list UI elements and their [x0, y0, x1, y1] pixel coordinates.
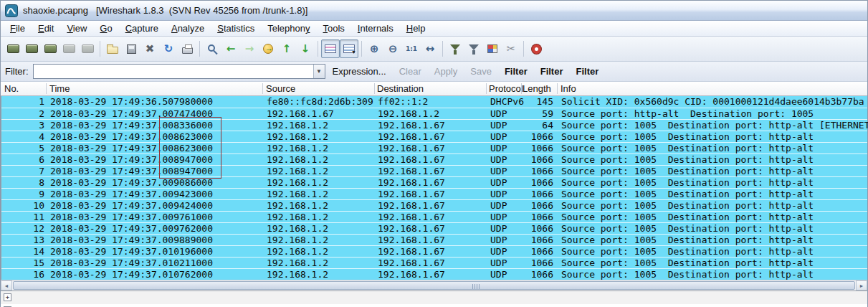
save-file-button[interactable]	[122, 39, 140, 58]
cell-destination: ff02::1:2	[378, 96, 487, 108]
packet-row[interactable]: 13 2018-03-29 17:49:37.009889000 192.168…	[1, 234, 867, 245]
list-interfaces-button[interactable]	[4, 39, 22, 58]
toolbar-separator	[442, 41, 443, 57]
autoscroll-toggle-button[interactable]	[340, 39, 358, 58]
find-packet-button[interactable]	[203, 39, 221, 58]
packet-row[interactable]: 2 2018-03-29 17:49:37.007474000 192.168.…	[1, 108, 867, 119]
detail-row-ethernet-partial[interactable]: + Ethernet II, Src: ...	[1, 304, 867, 307]
packet-row[interactable]: 11 2018-03-29 17:49:37.009761000 192.168…	[1, 211, 867, 222]
capture-restart-button[interactable]	[78, 39, 97, 58]
close-file-button[interactable]: ✖	[140, 39, 159, 58]
column-divider[interactable]	[557, 83, 558, 94]
packet-row[interactable]: 12 2018-03-29 17:49:37.009762000 192.168…	[1, 222, 867, 234]
print-button[interactable]	[178, 39, 196, 58]
column-header-length[interactable]: Length	[523, 83, 551, 94]
go-bottom-button[interactable]: ↓	[296, 39, 315, 58]
cell-source: 192.168.1.2	[267, 269, 376, 280]
filter-combobox[interactable]: ▼	[33, 64, 325, 79]
column-header-destination[interactable]: Destination	[377, 83, 424, 94]
zoom-out-icon: ⊖	[388, 44, 398, 55]
filter-dropdown-arrow-icon[interactable]: ▼	[313, 65, 325, 78]
preferences-button[interactable]: ✂	[502, 39, 520, 58]
menu-capture[interactable]: Capture	[119, 22, 165, 35]
cell-info: Source port: 1005 Destination port: http…	[561, 223, 868, 235]
column-header-protocol[interactable]: Protocol	[489, 83, 523, 94]
menu-telephony[interactable]: Telephony	[261, 22, 316, 35]
column-header-source[interactable]: Source	[266, 83, 295, 94]
reload-button[interactable]: ↻	[159, 39, 178, 58]
resize-columns-button[interactable]: ↔	[421, 39, 439, 58]
help-button[interactable]	[527, 39, 545, 58]
coloring-rules-button[interactable]	[483, 39, 502, 58]
filter-button-save-3[interactable]: Save	[470, 66, 492, 77]
menu-analyze[interactable]: Analyze	[165, 22, 211, 35]
expander-icon[interactable]: +	[4, 293, 11, 301]
capture-options-button[interactable]	[22, 39, 41, 58]
packet-row[interactable]: 8 2018-03-29 17:49:37.009086000 192.168.…	[1, 176, 867, 188]
column-header-info[interactable]: Info	[561, 83, 576, 94]
cell-time: 2018-03-29 17:49:37.009423000	[50, 189, 265, 200]
zoom-out-button[interactable]: ⊖	[383, 39, 402, 58]
cell-length: 1066	[502, 177, 553, 189]
column-divider[interactable]	[46, 83, 47, 94]
packet-row[interactable]: 9 2018-03-29 17:49:37.009423000 192.168.…	[1, 188, 867, 199]
zoom-100-button[interactable]: 1:1	[402, 39, 421, 58]
menu-tools[interactable]: Tools	[317, 22, 351, 35]
menu-edit[interactable]: Edit	[32, 22, 60, 35]
title-bar[interactable]: shaoxie.pcapng [Wireshark 1.8.3 (SVN Rev…	[1, 1, 867, 21]
zoom-in-button[interactable]: ⊕	[365, 39, 383, 58]
filter-input[interactable]	[34, 65, 313, 78]
packet-row[interactable]: 7 2018-03-29 17:49:37.008947000 192.168.…	[1, 165, 867, 176]
capture-stop-button[interactable]	[59, 39, 78, 58]
packet-row[interactable]: 4 2018-03-29 17:49:37.008623000 192.168.…	[1, 131, 867, 142]
go-forward-button[interactable]: →	[240, 39, 259, 58]
scroll-left-arrow[interactable]: ◄	[1, 280, 12, 291]
filter-button-filter-4[interactable]: Filter	[505, 66, 528, 77]
cell-source: 192.168.1.2	[267, 258, 376, 269]
packet-row[interactable]: 15 2018-03-29 17:49:37.010211000 192.168…	[1, 257, 867, 268]
menu-internals[interactable]: Internals	[351, 22, 400, 35]
cell-time: 2018-03-29 17:49:36.507980000	[50, 96, 265, 108]
packet-row[interactable]: 16 2018-03-29 17:49:37.010762000 192.168…	[1, 268, 867, 280]
display-filter-button[interactable]	[464, 39, 483, 58]
open-file-button[interactable]	[103, 39, 122, 58]
detail-row-frame[interactable]: + Frame 62: 1066 bytes on wire (8528 bit…	[1, 291, 867, 304]
cell-no: 12	[1, 223, 44, 235]
go-top-button[interactable]: ↑	[277, 39, 296, 58]
menu-statistics[interactable]: Statistics	[211, 22, 261, 35]
filter-button-apply-2[interactable]: Apply	[434, 66, 458, 77]
cell-no: 6	[1, 154, 44, 166]
packet-row[interactable]: 5 2018-03-29 17:49:37.008623000 192.168.…	[1, 142, 867, 154]
menu-view[interactable]: View	[60, 22, 93, 35]
cell-source: fe80::fc8d:2d6b:309	[267, 96, 376, 108]
capture-start-button[interactable]	[41, 39, 59, 58]
menu-help[interactable]: Help	[400, 22, 432, 35]
column-divider[interactable]	[374, 83, 375, 94]
cell-no: 1	[1, 96, 44, 108]
go-back-button[interactable]: ←	[221, 39, 240, 58]
cell-no: 4	[1, 131, 44, 143]
cell-info: Source port: 1005 Destination port: http…	[561, 200, 868, 212]
menu-file[interactable]: File	[4, 22, 32, 35]
column-divider[interactable]	[262, 83, 263, 94]
packet-row[interactable]: 6 2018-03-29 17:49:37.008947000 192.168.…	[1, 154, 867, 165]
colorize-toggle-button[interactable]	[321, 39, 340, 58]
filter-button-expression-0[interactable]: Expression...	[333, 66, 386, 77]
filter-button-clear-1[interactable]: Clear	[399, 66, 421, 77]
goto-packet-button[interactable]	[259, 39, 277, 58]
column-divider[interactable]	[486, 83, 487, 94]
packet-row[interactable]: 10 2018-03-29 17:49:37.009424000 192.168…	[1, 199, 867, 211]
column-header-time[interactable]: Time	[49, 83, 70, 94]
capture-filter-button[interactable]	[446, 39, 464, 58]
horizontal-scrollbar[interactable]: ◄ ►	[1, 280, 867, 291]
column-divider[interactable]	[521, 83, 522, 94]
packet-row[interactable]: 1 2018-03-29 17:49:36.507980000 fe80::fc…	[1, 96, 867, 108]
packet-row[interactable]: 3 2018-03-29 17:49:37.008336000 192.168.…	[1, 119, 867, 131]
scrollbar-thumb[interactable]	[13, 281, 855, 290]
menu-go[interactable]: Go	[93, 22, 118, 35]
filter-button-filter-5[interactable]: Filter	[540, 66, 563, 77]
filter-button-filter-6[interactable]: Filter	[576, 66, 599, 77]
scroll-right-arrow[interactable]: ►	[856, 280, 867, 291]
column-header-no[interactable]: No.	[4, 83, 19, 94]
packet-row[interactable]: 14 2018-03-29 17:49:37.010196000 192.168…	[1, 245, 867, 257]
